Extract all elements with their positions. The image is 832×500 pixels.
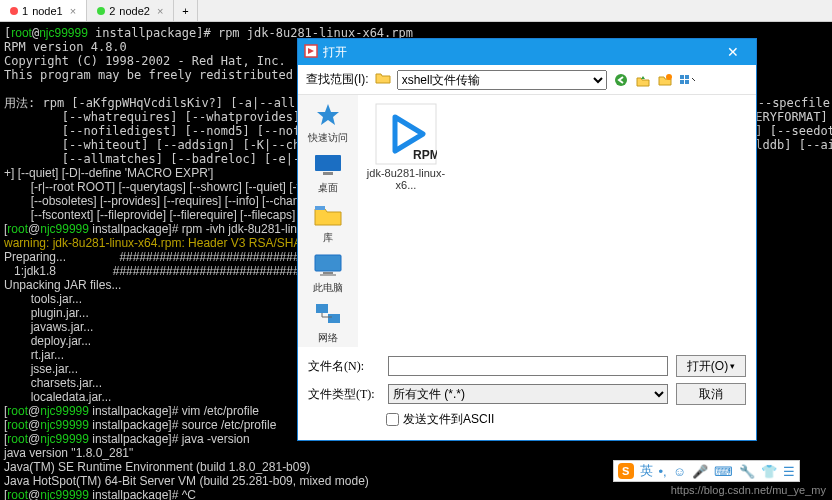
svg-rect-4 <box>685 75 689 79</box>
ascii-label: 发送文件到ASCII <box>403 411 494 428</box>
view-menu-icon[interactable] <box>679 72 695 88</box>
svg-rect-12 <box>323 272 333 274</box>
place-desktop[interactable]: 桌面 <box>311 151 345 195</box>
ime-emoji-icon[interactable]: ☺ <box>673 464 686 479</box>
back-icon[interactable] <box>613 72 629 88</box>
svg-text:RPM: RPM <box>413 148 437 162</box>
tab-node2[interactable]: 2 node2 × <box>87 0 174 21</box>
svg-rect-6 <box>685 80 689 84</box>
ascii-checkbox[interactable] <box>386 413 399 426</box>
tab-index: 2 <box>109 5 115 17</box>
session-tab-bar: 1 node1 × 2 node2 × + <box>0 0 832 22</box>
close-button[interactable]: ✕ <box>716 44 750 60</box>
svg-rect-5 <box>680 80 684 84</box>
ime-menu-icon[interactable]: ☰ <box>783 464 795 479</box>
look-in-select[interactable]: xshell文件传输 <box>397 70 607 90</box>
dialog-bottom: 文件名(N): 打开(O)▾ 文件类型(T): 所有文件 (*.*) 取消 发送… <box>298 347 756 440</box>
tab-index: 1 <box>22 5 28 17</box>
file-item-label: jdk-8u281-linux-x6... <box>367 167 445 191</box>
tab-label: node1 <box>32 5 63 17</box>
filetype-label: 文件类型(T): <box>308 386 380 403</box>
filename-label: 文件名(N): <box>308 358 380 375</box>
ime-tool-icon[interactable]: 🔧 <box>739 464 755 479</box>
tab-label: node2 <box>119 5 150 17</box>
ime-toolbar[interactable]: S 英 •, ☺ 🎤 ⌨ 🔧 👕 ☰ <box>613 460 800 482</box>
file-list-pane[interactable]: RPM jdk-8u281-linux-x6... <box>358 95 756 347</box>
dialog-title: 打开 <box>323 44 347 61</box>
place-quick-access[interactable]: 快速访问 <box>308 101 348 145</box>
file-item-rpm[interactable]: RPM jdk-8u281-linux-x6... <box>366 103 446 191</box>
app-icon <box>304 44 318 61</box>
look-in-label: 查找范围(I): <box>306 71 369 88</box>
svg-rect-10 <box>315 255 341 271</box>
svg-point-1 <box>615 74 627 86</box>
watermark: https://blog.csdn.net/mu_ye_my <box>671 484 826 496</box>
ime-skin-icon[interactable]: 👕 <box>761 464 777 479</box>
close-icon[interactable]: × <box>157 5 163 17</box>
ime-punct-icon[interactable]: •, <box>659 464 667 479</box>
places-sidebar: 快速访问 桌面 库 此电脑 网络 <box>298 95 358 347</box>
filename-input[interactable] <box>388 356 668 376</box>
svg-rect-14 <box>316 304 328 313</box>
svg-rect-15 <box>328 314 340 323</box>
open-button[interactable]: 打开(O)▾ <box>676 355 746 377</box>
place-libraries[interactable]: 库 <box>311 201 345 245</box>
dialog-toolbar: 查找范围(I): xshell文件传输 <box>298 65 756 95</box>
status-dot <box>97 7 105 15</box>
ime-keyboard-icon[interactable]: ⌨ <box>714 464 733 479</box>
new-tab-button[interactable]: + <box>174 0 197 21</box>
ime-voice-icon[interactable]: 🎤 <box>692 464 708 479</box>
ime-lang[interactable]: 英 <box>640 462 653 480</box>
place-this-pc[interactable]: 此电脑 <box>311 251 345 295</box>
up-folder-icon[interactable] <box>635 72 651 88</box>
filetype-select[interactable]: 所有文件 (*.*) <box>388 384 668 404</box>
svg-rect-7 <box>315 155 341 171</box>
dialog-titlebar[interactable]: 打开 ✕ <box>298 39 756 65</box>
svg-point-2 <box>666 74 672 80</box>
file-open-dialog: 打开 ✕ 查找范围(I): xshell文件传输 快速访问 桌面 库 <box>297 38 757 441</box>
folder-icon <box>375 71 391 88</box>
svg-rect-8 <box>323 172 333 175</box>
svg-rect-13 <box>320 274 336 276</box>
tab-node1[interactable]: 1 node1 × <box>0 0 87 21</box>
svg-rect-9 <box>315 206 325 210</box>
status-dot <box>10 7 18 15</box>
close-icon[interactable]: × <box>70 5 76 17</box>
svg-rect-3 <box>680 75 684 79</box>
sogou-icon: S <box>618 463 634 479</box>
cancel-button[interactable]: 取消 <box>676 383 746 405</box>
place-network[interactable]: 网络 <box>311 301 345 345</box>
new-folder-icon[interactable] <box>657 72 673 88</box>
